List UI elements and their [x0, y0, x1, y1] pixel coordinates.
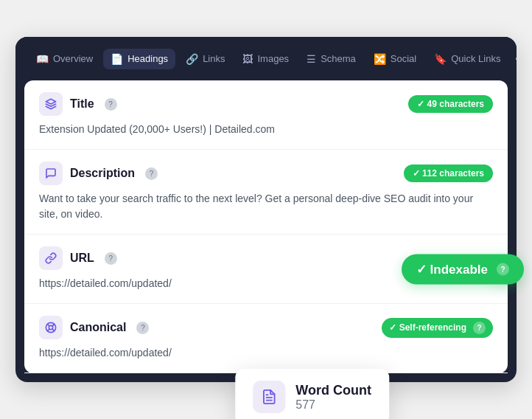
nav-item-overview[interactable]: 📖 Overview — [29, 49, 100, 69]
description-badge: ✓ 112 characters — [404, 165, 493, 182]
word-count-popup: Word Count 577 — [235, 369, 389, 419]
nav-item-schema[interactable]: ☰ Schema — [299, 49, 363, 69]
word-count-label: Word Count — [295, 383, 371, 398]
svg-line-5 — [52, 325, 54, 326]
word-count-text-group: Word Count 577 — [295, 383, 371, 412]
word-count-icon — [253, 381, 285, 413]
content-card: Title ? ✓ 49 characters Extension Update… — [24, 80, 508, 373]
canonical-help-icon[interactable]: ? — [136, 322, 149, 334]
url-title-group: URL ? — [39, 246, 117, 270]
canonical-title-group: Canonical ? — [39, 316, 149, 339]
description-section-header: Description ? ✓ 112 characters — [39, 162, 493, 185]
images-icon: 🖼 — [242, 53, 253, 65]
svg-line-2 — [47, 324, 49, 326]
canonical-section: Canonical ? ✓ Self-referencing ? https:/… — [24, 304, 508, 373]
schema-icon: ☰ — [307, 53, 316, 65]
self-ref-help-icon[interactable]: ? — [473, 322, 486, 334]
title-value: Extension Updated (20,000+ Users!) | Det… — [39, 122, 493, 137]
svg-line-6 — [47, 329, 49, 331]
overview-icon: 📖 — [36, 53, 49, 65]
title-help-icon[interactable]: ? — [105, 98, 117, 111]
self-referencing-badge: ✓ Self-referencing ? — [382, 318, 493, 338]
description-section-icon — [39, 162, 63, 185]
nav-item-social[interactable]: 🔀 Social — [366, 49, 424, 69]
nav-item-images[interactable]: 🖼 Images — [235, 49, 296, 69]
description-help-icon[interactable]: ? — [145, 167, 158, 180]
indexable-help-icon[interactable]: ? — [497, 263, 509, 275]
settings-button[interactable]: ⚙️ — [511, 47, 517, 70]
social-icon: 🔀 — [374, 53, 386, 65]
links-icon: 🔗 — [186, 53, 198, 65]
title-section: Title ? ✓ 49 characters Extension Update… — [24, 80, 508, 150]
canonical-section-icon — [39, 316, 63, 339]
description-value: Want to take your search traffic to the … — [39, 191, 493, 222]
nav-item-links[interactable]: 🔗 Links — [178, 49, 232, 69]
canonical-section-header: Canonical ? ✓ Self-referencing ? — [39, 316, 493, 339]
title-section-header: Title ? ✓ 49 characters — [39, 92, 493, 116]
canonical-value: https://detailed.com/updated/ — [39, 345, 493, 361]
top-nav: 📖 Overview 📄 Headings 🔗 Links 🖼 Images ☰… — [15, 37, 517, 80]
nav-item-headings[interactable]: 📄 Headings — [103, 49, 175, 69]
url-help-icon[interactable]: ? — [105, 252, 117, 265]
nav-item-quick-links[interactable]: 🔖 Quick Links — [427, 49, 508, 69]
canonical-label: Canonical — [70, 321, 126, 334]
title-title-group: Title ? — [39, 92, 117, 116]
quick-links-icon: 🔖 — [434, 53, 447, 65]
title-label: Title — [70, 97, 94, 111]
headings-icon: 📄 — [111, 53, 123, 65]
word-count-value: 577 — [295, 398, 371, 412]
indexable-badge: ✓ Indexable ? — [402, 254, 524, 284]
svg-line-3 — [52, 329, 55, 331]
main-container: 📖 Overview 📄 Headings 🔗 Links 🖼 Images ☰… — [15, 37, 517, 382]
url-label: URL — [70, 252, 94, 265]
url-section: URL ? https://detailed.com/updated/ ✓ In… — [24, 235, 508, 304]
title-badge: ✓ 49 characters — [408, 95, 493, 113]
description-title-group: Description ? — [39, 162, 158, 185]
indexable-popup: ✓ Indexable ? — [493, 260, 517, 278]
url-section-icon — [39, 246, 63, 270]
description-section: Description ? ✓ 112 characters Want to t… — [24, 150, 508, 235]
title-section-icon — [39, 92, 63, 116]
description-label: Description — [70, 167, 135, 180]
